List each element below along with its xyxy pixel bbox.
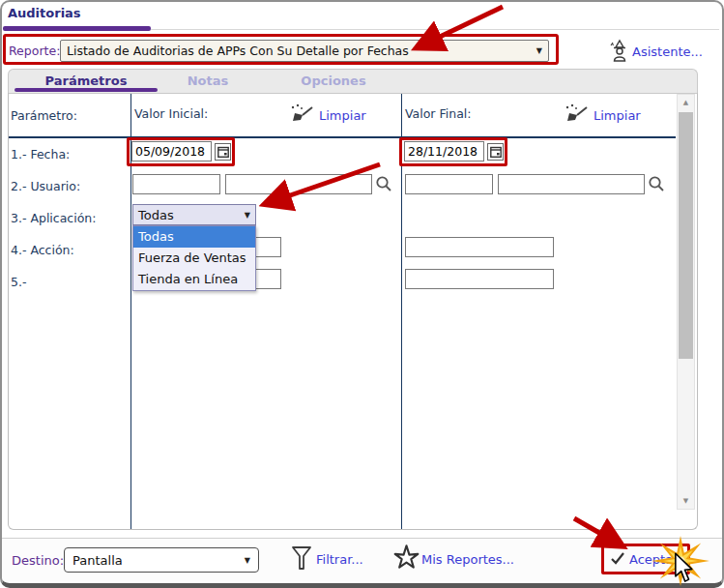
accept-button[interactable]: Aceptar: [601, 544, 690, 574]
aplicacion-select[interactable]: Todas ▼: [132, 204, 256, 225]
chevron-down-icon: ▼: [245, 556, 250, 565]
broom-icon: [289, 103, 314, 128]
active-app-tab-indicator: [3, 26, 151, 31]
my-reports-button[interactable]: Mis Reportes...: [421, 552, 514, 567]
report-label: Reporte:: [9, 44, 60, 58]
usuario-initial-name-input[interactable]: [225, 174, 372, 194]
header-divider-line: [9, 136, 676, 138]
scroll-down-icon[interactable]: ▼: [678, 493, 694, 509]
usuario-initial-code-input[interactable]: [132, 174, 220, 194]
initial-column-header: Valor Inicial:: [134, 106, 208, 121]
tab-notas[interactable]: Notas: [155, 74, 261, 88]
parameters-panel: [8, 93, 698, 530]
tab-parametros[interactable]: Parámetros: [14, 74, 158, 88]
checkmark-icon: [610, 550, 625, 569]
star-icon[interactable]: [393, 544, 420, 573]
column-divider-2: [401, 94, 402, 529]
accion-final-input[interactable]: [405, 237, 554, 257]
param-label-accion: 4.- Acción:: [11, 243, 74, 257]
clear-initial-label: Limpiar: [319, 108, 366, 123]
auditorias-window: Auditorias Reporte: Listado de Auditoria…: [0, 0, 724, 588]
param-label-5: 5.-: [11, 275, 26, 289]
assistant-button[interactable]: Asistente...: [632, 44, 703, 59]
scroll-up-icon[interactable]: ▲: [678, 95, 694, 110]
dropdown-option-fuerza-de-ventas[interactable]: Fuerza de Ventas: [133, 248, 255, 269]
top-divider: [151, 29, 719, 30]
tab-opciones[interactable]: Opciones: [280, 74, 387, 88]
destination-select-value: Pantalla: [72, 553, 241, 568]
report-select[interactable]: Listado de Auditorias de APPs Con Su Det…: [60, 40, 549, 62]
calendar-icon[interactable]: [487, 143, 504, 161]
dropdown-option-todas[interactable]: Todas: [133, 226, 255, 248]
wizard-icon: [605, 39, 630, 68]
report-select-value: Listado de Auditorias de APPs Con Su Det…: [67, 44, 533, 58]
usuario-final-code-input[interactable]: [405, 174, 493, 194]
scrollbar-thumb[interactable]: [679, 112, 693, 359]
destination-select[interactable]: Pantalla ▼: [64, 547, 259, 573]
search-icon[interactable]: [375, 175, 392, 196]
param-label-usuario: 2.- Usuario:: [11, 179, 80, 193]
param-label-aplicacion: 3.- Aplicación:: [11, 211, 97, 225]
final-column-header: Valor Final:: [405, 106, 472, 121]
clear-final-button[interactable]: Limpiar: [564, 103, 641, 128]
calendar-icon[interactable]: [215, 143, 231, 161]
clear-initial-button[interactable]: Limpiar: [289, 103, 366, 128]
broom-icon: [564, 103, 589, 128]
vertical-scrollbar[interactable]: ▲ ▼: [677, 94, 695, 510]
active-tab-indicator: [14, 88, 158, 92]
param5-final-input[interactable]: [405, 269, 554, 289]
clear-final-label: Limpiar: [594, 108, 641, 123]
param-column-header: Parámetro:: [11, 108, 77, 123]
dropdown-option-tienda-en-linea[interactable]: Tienda en Línea: [133, 269, 255, 290]
aplicacion-dropdown-list: Todas Fuerza de Ventas Tienda en Línea: [132, 225, 256, 291]
chevron-down-icon: ▼: [536, 46, 542, 55]
chevron-down-icon: ▼: [245, 211, 250, 220]
footer-divider: [2, 538, 722, 539]
tab-auditorias[interactable]: Auditorias: [8, 6, 81, 20]
fecha-initial-input[interactable]: [131, 141, 212, 162]
search-icon[interactable]: [648, 175, 665, 196]
accept-button-label: Aceptar: [629, 552, 678, 567]
destination-label: Destino:: [12, 553, 64, 568]
filter-funnel-icon[interactable]: [290, 545, 313, 575]
usuario-final-name-input[interactable]: [498, 174, 645, 194]
param-label-fecha: 1.- Fecha:: [11, 147, 70, 162]
aplicacion-select-value: Todas: [138, 208, 241, 222]
filter-button[interactable]: Filtrar...: [316, 552, 363, 567]
fecha-final-input[interactable]: [404, 141, 484, 162]
